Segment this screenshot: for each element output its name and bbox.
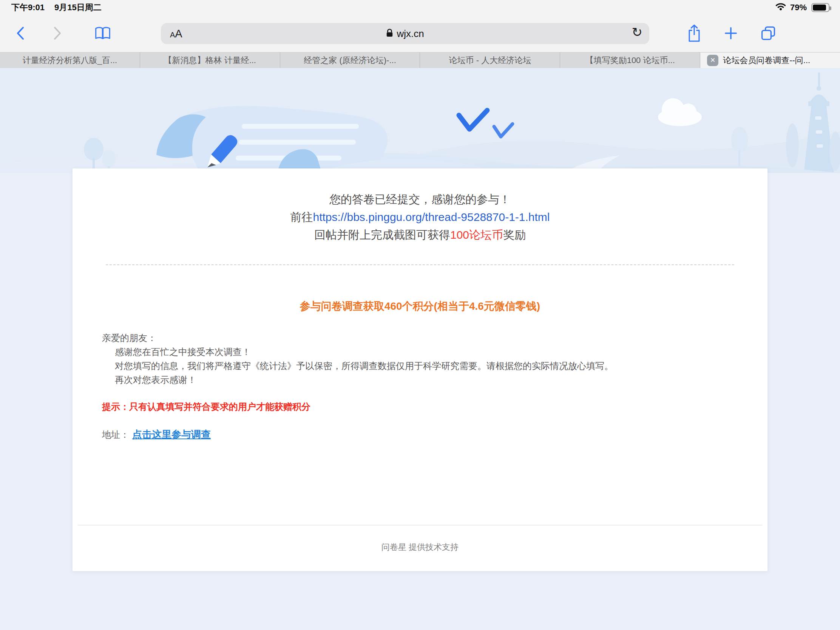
invitation-letter: 亲爱的朋友： 感谢您在百忙之中接受本次调查！ 对您填写的信息，我们将严格遵守《统… <box>102 331 738 387</box>
thread-link[interactable]: https://bbs.pinggu.org/thread-9528870-1-… <box>313 211 549 223</box>
reply-suffix: 奖励 <box>503 229 526 241</box>
tab-xinxiaoxi-gelin[interactable]: 【新消息】格林 计量经... <box>140 52 280 68</box>
share-icon <box>686 24 702 44</box>
reward-highlight: 100论坛币 <box>450 229 503 241</box>
survey-result-card: 您的答卷已经提交，感谢您的参与！ 前往https://bbs.pinggu.or… <box>73 169 767 571</box>
tab-luntanbi[interactable]: 论坛币 - 人大经济论坛 <box>420 52 560 68</box>
header-illustration <box>0 68 840 173</box>
tip-warning: 提示：只有认真填写并符合要求的用户才能获赠积分 <box>102 401 738 413</box>
submission-message: 您的答卷已经提交，感谢您的参与！ 前往https://bbs.pinggu.or… <box>73 169 767 244</box>
lock-icon <box>386 29 393 39</box>
letter-salutation: 亲爱的朋友： <box>102 331 738 345</box>
tab-tianxie-jiangli[interactable]: 【填写奖励100 论坛币... <box>560 52 700 68</box>
wifi-icon <box>775 2 786 13</box>
tab-jingji-fenxi[interactable]: 计量经济分析第八版_百... <box>0 52 140 68</box>
close-tab-icon[interactable]: ✕ <box>707 55 718 66</box>
clock: 下午9:01 <box>11 2 44 13</box>
status-bar: 下午9:01 9月15日周二 79% <box>0 0 840 15</box>
tab-survey-active[interactable]: ✕ 论坛会员问卷调查--问... <box>700 52 840 68</box>
forward-button[interactable] <box>53 26 62 41</box>
letter-line: 再次对您表示感谢！ <box>102 373 738 387</box>
bookmarks-button[interactable] <box>95 26 111 41</box>
reload-button[interactable]: ↻ <box>632 25 643 39</box>
submit-confirmation-text: 您的答卷已经提交，感谢您的参与！ <box>73 190 767 208</box>
share-button[interactable] <box>686 24 702 44</box>
reader-text-size-button[interactable]: AA <box>170 23 182 44</box>
chevron-right-icon <box>53 26 62 41</box>
join-survey-link[interactable]: 点击这里参与调查 <box>132 428 211 441</box>
plus-icon <box>723 26 738 42</box>
address-bar[interactable]: AA wjx.cn ↻ <box>161 23 649 44</box>
new-tab-button[interactable] <box>723 26 738 42</box>
wjx-footer: 问卷星 提供技术支持 <box>73 542 767 553</box>
letter-line: 感谢您在百忙之中接受本次调查！ <box>102 345 738 359</box>
tab-bar: 计量经济分析第八版_百... 【新消息】格林 计量经... 经管之家 (原经济论… <box>0 52 840 68</box>
battery-icon <box>811 3 829 12</box>
battery-percent: 79% <box>790 3 807 13</box>
dashed-divider <box>106 264 734 265</box>
browser-chrome: 下午9:01 9月15日周二 79% <box>0 0 840 52</box>
survey-address-row: 地址： 点击这里参与调查 <box>102 428 738 441</box>
back-button[interactable] <box>16 26 25 41</box>
chevron-left-icon <box>16 26 25 41</box>
address-label: 地址： <box>102 429 129 441</box>
points-banner: 参与问卷调查获取460个积分(相当于4.6元微信零钱) <box>73 299 767 314</box>
letter-line: 对您填写的信息，我们将严格遵守《统计法》予以保密，所得调查数据仅用于科学研究需要… <box>102 359 738 373</box>
date: 9月15日周二 <box>54 2 102 13</box>
tabs-icon <box>760 25 776 42</box>
tab-overview-button[interactable] <box>760 25 776 42</box>
open-book-icon <box>95 26 111 41</box>
tab-jingguanzhijia[interactable]: 经管之家 (原经济论坛)-... <box>280 52 420 68</box>
footer-divider <box>78 525 762 525</box>
reply-prefix: 回帖并附上完成截图可获得 <box>314 229 450 241</box>
goto-prefix: 前往 <box>290 211 313 223</box>
url-domain: wjx.cn <box>396 28 424 39</box>
web-page: 您的答卷已经提交，感谢您的参与！ 前往https://bbs.pinggu.or… <box>0 68 840 630</box>
safari-toolbar: AA wjx.cn ↻ <box>0 15 840 52</box>
